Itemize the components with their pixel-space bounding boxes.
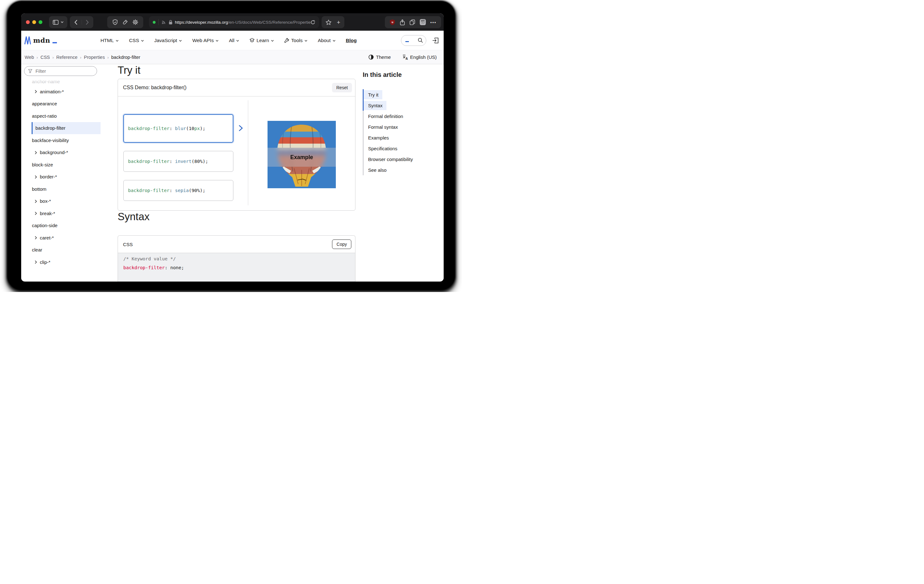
sidebar-item-label: aspect-ratio [32,113,57,119]
sidebar-item-box[interactable]: box-* [32,195,119,208]
nav-item-blog[interactable]: Blog [346,38,357,43]
sidebar-item-block-size[interactable]: block-size [32,159,119,171]
tab-overview-icon[interactable] [409,19,415,25]
rss-reader-icon[interactable] [162,20,166,24]
sign-in-button[interactable] [432,38,439,43]
code-function: blur [175,126,186,131]
nav-item-css[interactable]: CSS [129,38,144,43]
demo-output-image: Example [267,121,336,188]
toc-item-formal-definition: Formal definition [363,111,442,121]
toc-link[interactable]: Formal syntax [363,122,402,132]
history-nav-group [70,16,93,28]
chevron-down-icon [179,40,182,42]
toc-link[interactable]: Specifications [363,144,401,153]
reset-button[interactable]: Reset [332,83,352,93]
breadcrumb-link[interactable]: Web [25,55,34,60]
breadcrumb-link[interactable]: Properties [84,55,105,60]
language-switcher-button[interactable]: A English (US) [402,55,437,60]
sidebar-item-anchor-name[interactable]: anchor-name [32,77,119,85]
toc-link[interactable]: Browser compatibility [363,155,417,164]
copy-button[interactable]: Copy [332,240,351,249]
nav-item-html[interactable]: HTML [101,38,119,43]
tab-status-dot [153,21,155,24]
mdn-header: mdn HTML CSS JavaScript Web APIs [21,31,444,50]
privacy-shield-icon[interactable] [112,19,118,25]
breadcrumb-link[interactable]: Reference [56,55,78,60]
code-function: sepia [175,188,189,193]
demo-option-blur[interactable]: backdrop-filter: blur(10px); [123,114,233,143]
chevron-down-icon [61,21,64,23]
code-punct: ( [191,159,195,164]
sidebar-item-label: backface-visibility [32,137,69,143]
address-bar[interactable]: https://developer.mozilla.org/en-US/docs… [149,16,319,28]
sidebar-toggle-button[interactable] [49,16,68,28]
sidebar-item-animation[interactable]: animation-* [32,85,119,98]
breadcrumb-link[interactable]: CSS [40,55,50,60]
forward-button[interactable] [82,20,94,25]
next-option-button[interactable] [238,124,244,132]
sidebar-item-clip[interactable]: clip-* [32,256,119,268]
toc-link[interactable]: See also [363,165,390,175]
toc-link[interactable]: Syntax [363,101,386,110]
share-icon[interactable] [400,19,405,25]
zoom-window-button[interactable] [39,20,42,24]
lock-icon [168,20,173,25]
toc-link[interactable]: Formal definition [363,112,407,121]
new-tab-button[interactable]: + [337,19,340,25]
toc-item-see-also: See also [363,164,442,175]
breadcrumb-separator: › [37,55,38,60]
sidebar: anchor-name animation-* appearance aspec… [24,64,119,268]
demo-option-sepia[interactable]: backdrop-filter: sepia(90%); [123,180,233,201]
demo-option-invert[interactable]: backdrop-filter: invert(80%); [123,151,233,172]
back-button[interactable] [70,20,82,25]
screenshot-bezel: https://developer.mozilla.org/en-US/docs… [8,1,455,290]
nav-item-web-apis[interactable]: Web APIs [192,38,218,43]
syntax-code-block: CSS Copy /* Keyword value */ backdrop-fi… [118,235,355,281]
nav-item-all[interactable]: All [229,38,239,43]
sidebar-item-aspect-ratio[interactable]: aspect-ratio [32,110,119,122]
filter-funnel-icon [28,69,32,73]
more-options-icon[interactable]: ••• [431,20,437,25]
settings-gear-icon[interactable] [132,19,138,25]
sidebar-item-break[interactable]: break-* [32,207,119,220]
sidebar-item-bottom[interactable]: bottom [32,183,119,195]
sidebar-item-backface-visibility[interactable]: backface-visibility [32,134,119,146]
mdn-logo[interactable]: mdn [24,36,57,45]
chevron-right-icon [35,260,37,264]
sidebar-item-backdrop-filter[interactable]: backdrop-filter [31,122,101,134]
code-property: backdrop-filter [123,265,165,270]
syntax-heading: Syntax [118,211,355,223]
sidebar-item-border[interactable]: border-* [32,171,119,183]
close-window-button[interactable] [26,20,30,24]
nav-item-tools[interactable]: Tools [284,38,307,43]
sidebar-item-appearance[interactable]: appearance [32,98,119,110]
sidebar-filter[interactable] [24,66,97,76]
nav-item-about[interactable]: About [318,38,335,43]
filter-input[interactable] [35,68,93,74]
reload-icon[interactable] [310,20,315,25]
toc-link[interactable]: Try it [363,90,382,99]
brush-appearance-icon[interactable] [122,20,128,25]
bookmark-star-icon[interactable] [326,20,332,25]
code-punct: ); [203,159,208,164]
toc-item-specifications: Specifications [363,143,442,154]
code-rest: : none; [165,265,184,270]
tools-wrench-icon [284,38,289,43]
password-extension-icon[interactable] [420,19,426,25]
sidebar-item-clear[interactable]: clear [32,244,119,256]
interactive-demo-panel: CSS Demo: backdrop-filter() Reset backdr… [118,79,355,211]
sidebar-item-caption-side[interactable]: caption-side [32,220,119,232]
theme-switcher-button[interactable]: Theme [368,55,391,60]
sidebar-item-label: caret-* [40,235,54,240]
sidebar-item-background[interactable]: background-* [32,146,119,159]
toc-link[interactable]: Examples [363,133,393,142]
ublock-extension-icon[interactable]: u [389,19,395,25]
code-value: 80% [195,159,203,164]
sidebar-item-caret[interactable]: caret-* [32,232,119,244]
nav-item-javascript[interactable]: JavaScript [154,38,182,43]
breadcrumb-current: backdrop-filter [111,55,140,60]
search-input[interactable] [401,35,426,46]
nav-item-learn[interactable]: Learn [249,38,274,43]
breadcrumb-separator: › [107,55,109,60]
minimize-window-button[interactable] [32,20,36,24]
